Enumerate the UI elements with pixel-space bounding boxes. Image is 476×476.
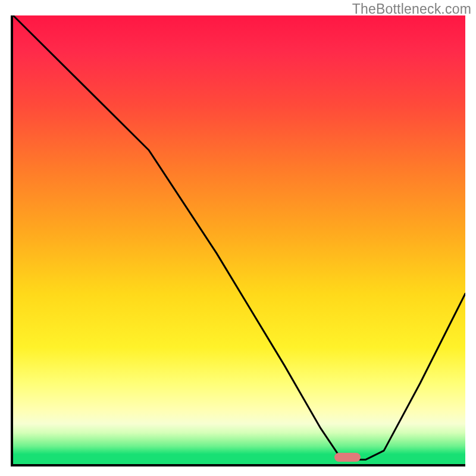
chart-canvas: TheBottleneck.com — [0, 0, 476, 476]
optimal-marker — [334, 453, 361, 462]
plot-area — [11, 15, 465, 466]
watermark-text: TheBottleneck.com — [352, 1, 471, 17]
bottleneck-curve — [13, 15, 465, 464]
